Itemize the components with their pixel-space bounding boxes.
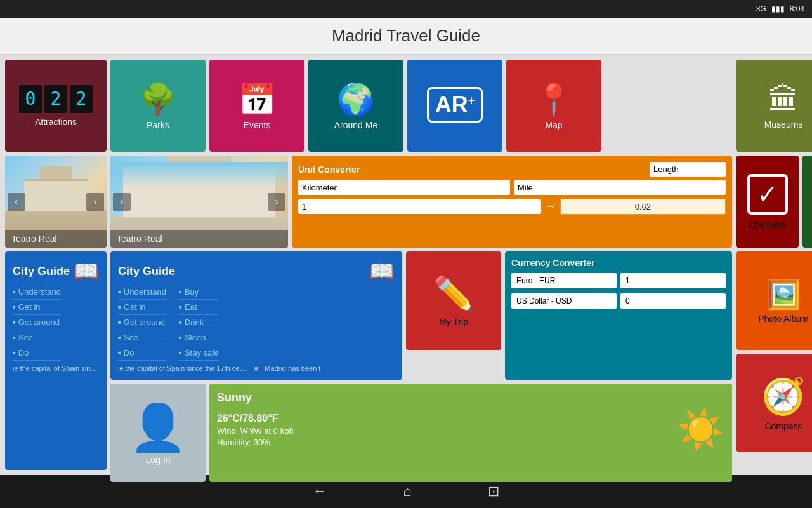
currency-from-value[interactable] [620,273,726,288]
footer-text-3: Madrid has been t [265,364,395,372]
link-col-1: Understand Get in Get around See Do [13,287,61,361]
attractions-label: Attractions [35,117,77,127]
converter-from-unit[interactable] [298,180,510,195]
sun-icon: ☀️ [677,407,724,452]
around-me-icon: 🌍 [337,82,375,117]
title-bar: Madrid Travel Guide [0,18,812,55]
right-bottom-row: 🧭 Compass 🗺️ Offline Map [736,354,812,452]
currency-to-row [511,293,726,309]
converter-from-row [298,180,726,195]
recent-button[interactable]: ⊡ [488,483,499,500]
city-guide-footer: ie the capital of Spain since the 17th c… [13,364,99,372]
currency-from-input[interactable] [511,273,617,288]
slideshow-large-caption: Teatro Real [110,230,288,248]
footer-text-1: ie the capital of Spain since the 17th c… [13,364,99,372]
slideshow-large-prev[interactable]: ‹ [113,193,131,211]
converter-value-row: → 0.62 [298,199,726,215]
link-col-left: Understand Get in Get around See Do [118,287,166,361]
weather-tile: Sunny 26°C/78.80°F Wind: WNW at 0 kph Hu… [209,384,732,482]
book-icon: 📖 [74,259,99,283]
weather-details: 26°C/78.80°F Wind: WNW at 0 kph Humidity… [217,407,724,452]
ar-badge: AR+ [427,87,483,123]
city-guide-wide-footer: ie the capital of Spain since the 17th c… [118,364,395,372]
link-get-around[interactable]: Get around [13,318,61,330]
map-tile[interactable]: 📍 Map [506,60,601,152]
city-guide-tile[interactable]: City Guide 📖 Understand Get in Get aroun… [5,251,107,470]
parks-tile[interactable]: 🌳 Parks [110,60,206,152]
digit-0: 0 [19,85,42,113]
avatar-icon: 👤 [129,401,187,455]
slideshow-tile[interactable]: ‹ › Teatro Real [5,156,107,248]
link-buy[interactable]: Buy [179,287,219,300]
link-do[interactable]: Do [13,348,61,361]
photo-album-row: 🖼️ Photo Album + [736,251,812,350]
weather-humidity: Humidity: 30% [217,438,294,447]
photo-album-tile[interactable]: 🖼️ Photo Album [736,251,812,350]
digital-clock: 0 2 2 [19,85,93,113]
attractions-tile[interactable]: 0 2 2 Attractions [5,60,107,152]
around-me-tile[interactable]: 🌍 Around Me [308,60,403,152]
my-trip-tile[interactable]: ✏️ My Trip [406,251,501,350]
clock: 8:04 [790,4,804,13]
slideshow-prev-btn[interactable]: ‹ [8,193,25,211]
back-button[interactable]: ← [313,483,327,500]
status-bar: 3G ▮▮▮ 8:04 [0,0,812,18]
link-eat[interactable]: Eat [179,302,219,315]
events-tile[interactable]: 📅 Events [209,60,304,152]
city-guide-title: City Guide [13,265,70,278]
weather-condition: Sunny [217,391,724,404]
museums-label: Museums [764,119,803,130]
reminder-tile[interactable]: 🔔 Reminder [802,156,812,248]
link-stay-safe[interactable]: Stay safe [179,348,219,361]
link-sleep[interactable]: Sleep [179,333,219,345]
weather-temp: 26°C/78.80°F [217,413,294,424]
link-get-in-2[interactable]: Get in [118,302,166,315]
right-mid-row: ✓ Checklist 🔔 Reminder Madrid [736,156,812,248]
slideshow-large-next[interactable]: › [268,193,285,211]
compass-tile[interactable]: 🧭 Compass [736,354,812,452]
link-see-2[interactable]: See [118,333,166,345]
third-row: City Guide 📖 Understand Get in Get aroun… [110,251,732,380]
city-guide-wide-tile[interactable]: City Guide 📖 Understand Get in Get aroun… [110,251,402,380]
home-button[interactable]: ⌂ [403,483,411,500]
link-do-2[interactable]: Do [118,348,166,361]
battery-indicator: ▮▮▮ [771,4,785,13]
weather-info: 26°C/78.80°F Wind: WNW at 0 kph Humidity… [217,413,294,447]
city-guide-wide-links: Understand Get in Get around See Do Buy … [118,287,395,361]
parks-label: Parks [147,120,169,130]
link-understand-2[interactable]: Understand [118,287,166,300]
top-row: 🌳 Parks 📅 Events 🌍 Around Me AR+ 📍 Map [110,60,732,152]
around-me-label: Around Me [334,120,377,130]
bottom-row: 👤 Log In Sunny 26°C/78.80°F Wind: WNW at… [110,384,732,482]
currency-from-row [511,273,726,288]
slideshow-next-btn[interactable]: › [86,193,104,211]
link-drink[interactable]: Drink [179,318,219,330]
login-label: Log In [146,455,171,465]
link-col-right: Buy Eat Drink Sleep Stay safe [179,287,219,361]
city-guide-links: Understand Get in Get around See Do [13,287,99,361]
checklist-tile[interactable]: ✓ Checklist [736,156,799,248]
converter-to-unit[interactable] [514,180,726,195]
museums-icon: 🏛 [768,82,799,117]
unit-converter-tile: Unit Converter → 0.62 [292,156,732,248]
currency-to-value[interactable] [620,293,726,309]
login-tile[interactable]: 👤 Log In [110,384,206,482]
slideshow-large-tile[interactable]: ‹ › Teatro Real [110,156,288,248]
converter-result: 0.62 [560,199,726,215]
link-see[interactable]: See [13,333,61,345]
converter-title: Unit Converter [298,164,360,175]
photos-icon: 🖼️ [766,278,801,311]
events-icon: 📅 [238,82,276,117]
ar-tile[interactable]: AR+ [407,60,502,152]
converter-type-input[interactable] [650,162,726,177]
my-trip-label: My Trip [439,317,468,327]
converter-from-value[interactable] [298,199,541,214]
digit-1: 2 [44,85,67,113]
currency-to-input[interactable] [511,293,617,309]
footer-text-2: ie the capital of Spain since the 17th c… [118,364,248,372]
link-understand[interactable]: Understand [13,287,61,300]
right-area: 🏛 Museums 🔑 Hotel Booking ⏰ Alarm ✓ Che [736,60,812,470]
link-get-in[interactable]: Get in [13,302,61,315]
museums-tile[interactable]: 🏛 Museums [736,60,812,152]
link-get-around-2[interactable]: Get around [118,318,166,330]
